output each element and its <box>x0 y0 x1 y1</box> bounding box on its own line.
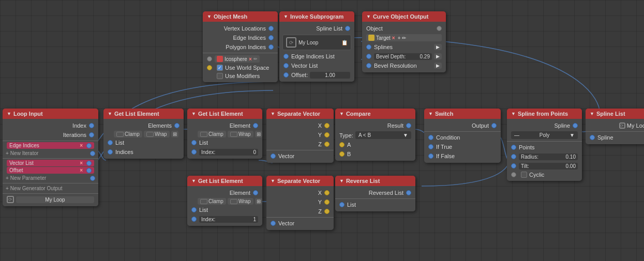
icosphere-edit[interactable]: ✏ <box>253 56 258 62</box>
world-space-socket[interactable] <box>207 65 212 70</box>
offset-output-socket[interactable] <box>86 168 92 173</box>
target-close[interactable]: × <box>392 35 395 41</box>
vector-list-tag-close[interactable]: × <box>80 160 83 166</box>
target-edit[interactable]: ✏ <box>402 35 406 41</box>
gle1-indices-socket[interactable] <box>108 149 113 155</box>
sfp-cyclic-checkbox[interactable] <box>521 172 527 178</box>
vertex-locations-socket[interactable] <box>268 26 274 31</box>
sv1-z-label: Z <box>318 141 322 147</box>
loop-box[interactable]: ⟳ My Loop 📋 <box>282 35 351 50</box>
gle3-index-socket[interactable] <box>191 217 197 222</box>
edge-indices-socket-om[interactable] <box>268 35 274 40</box>
compare-b-socket[interactable] <box>339 151 345 157</box>
gle2-list-socket[interactable] <box>191 140 197 145</box>
icosphere-tag[interactable]: Icosphere × ✏ <box>215 55 260 63</box>
bevel-depth-btn[interactable]: ▶ <box>434 53 442 59</box>
sv2-z-socket[interactable] <box>324 209 330 214</box>
gle3-grid-btn[interactable]: ⊞ <box>255 198 262 205</box>
gle2-index-field[interactable]: Index: 0 <box>199 149 258 156</box>
new-iterator-socket[interactable] <box>90 151 95 156</box>
switch-iffalse-socket[interactable] <box>428 153 433 159</box>
gle1-grid-btn[interactable]: ⊞ <box>171 131 178 137</box>
vector-list-output-socket[interactable] <box>86 161 92 166</box>
use-modifiers-checkbox[interactable] <box>217 73 223 79</box>
target-add[interactable]: + <box>398 35 401 41</box>
use-world-space-checkbox[interactable]: ✓ <box>217 65 223 71</box>
gle3-list-socket[interactable] <box>191 207 197 212</box>
offset-socket-is[interactable] <box>283 72 289 78</box>
new-iterator-icon: + <box>6 150 9 156</box>
vector-list-row: Vector List <box>279 61 354 70</box>
copy-icon[interactable]: 📋 <box>341 40 348 45</box>
gle3-element-socket[interactable] <box>253 190 258 195</box>
sfp-radius-socket[interactable] <box>511 154 516 159</box>
object-input-socket[interactable] <box>437 26 442 31</box>
sl-spline-in-socket[interactable] <box>590 135 595 140</box>
target-tag[interactable]: Target × + ✏ <box>366 34 442 41</box>
sv2-x-socket[interactable] <box>324 190 330 195</box>
sfp-points-socket[interactable] <box>511 145 516 150</box>
new-parameter-btn[interactable]: + New Parameter <box>3 174 98 182</box>
bevel-res-btn[interactable]: ▶ <box>434 63 442 69</box>
sv2-vector-socket[interactable] <box>271 221 276 226</box>
offset-tag-close[interactable]: × <box>80 167 83 173</box>
index-socket[interactable] <box>89 123 94 128</box>
rl-list-socket[interactable] <box>339 202 345 207</box>
sv1-z-socket[interactable] <box>324 142 330 147</box>
vector-list-tag[interactable]: Vector List × <box>7 160 94 166</box>
vector-list-socket[interactable] <box>283 63 289 68</box>
offset-tag[interactable]: Offset × <box>7 167 94 174</box>
gle2-clamp-btn[interactable]: Clamp <box>198 131 226 137</box>
new-generator-output-btn[interactable]: + New Generator Output <box>3 185 98 192</box>
bevel-res-socket[interactable] <box>366 63 371 68</box>
switch-output-socket[interactable] <box>491 123 497 128</box>
use-world-space-row: ✓ Use World Space <box>203 64 278 72</box>
gle1-list-socket[interactable] <box>108 140 113 145</box>
gle2-grid-btn[interactable]: ⊞ <box>255 131 262 137</box>
sfp-radius-field[interactable]: Radius: 0.10 <box>519 153 578 160</box>
index-row: Index <box>3 121 98 130</box>
icosphere-close[interactable]: × <box>249 56 252 62</box>
sfp-spline-out-socket[interactable] <box>573 123 578 128</box>
compare-result-socket[interactable] <box>406 123 411 128</box>
iterations-socket[interactable] <box>89 132 94 137</box>
gle1-clamp-btn[interactable]: Clamp <box>114 131 142 137</box>
gle2-element-socket[interactable] <box>253 123 258 128</box>
sv2-y-socket[interactable] <box>324 199 330 205</box>
compare-type-field[interactable]: A < B ▼ <box>355 131 411 139</box>
compare-a-socket[interactable] <box>339 142 345 147</box>
icosphere-socket[interactable] <box>207 56 212 62</box>
bevel-depth-socket[interactable] <box>366 54 371 59</box>
splines-btn[interactable]: ▶ <box>434 44 442 50</box>
gle1-elements-socket[interactable] <box>174 123 179 128</box>
new-iterator-btn[interactable]: + New Iterator <box>3 149 98 157</box>
gle3-clamp-btn[interactable]: Clamp <box>198 198 226 205</box>
offset-value-field[interactable]: 1.00 <box>310 72 350 79</box>
spline-list-out-socket[interactable] <box>345 26 350 31</box>
polygon-indices-socket[interactable] <box>268 44 274 50</box>
sfp-tilt-field[interactable]: Tilt: 0.00 <box>519 163 578 170</box>
switch-iftrue-socket[interactable] <box>428 144 433 149</box>
switch-condition-socket[interactable] <box>428 135 433 140</box>
edge-indices-list-socket[interactable] <box>283 54 289 59</box>
new-parameter-socket[interactable] <box>90 176 95 181</box>
gle1-wrap-btn[interactable]: Wrap <box>144 131 170 137</box>
sfp-cyclic-socket[interactable] <box>511 172 516 177</box>
gle3-index-field[interactable]: Index: 1 <box>199 216 258 223</box>
gle2-wrap-btn[interactable]: Wrap <box>228 131 253 137</box>
sv1-vector-socket[interactable] <box>271 153 276 159</box>
edge-indices-tag[interactable]: Edge Indices × <box>7 142 94 149</box>
gle2-index-socket[interactable] <box>191 149 197 155</box>
gle2-element-row: Element <box>187 121 262 130</box>
sfp-type-field[interactable]: — Poly ▼ <box>511 131 578 139</box>
edge-indices-output-socket[interactable] <box>86 143 92 148</box>
splines-socket[interactable] <box>366 44 371 50</box>
sv1-x-socket[interactable] <box>324 123 330 128</box>
sfp-tilt-socket[interactable] <box>511 163 516 168</box>
bevel-depth-field[interactable]: Bevel Depth: 0.29 <box>374 53 432 60</box>
gle3-wrap-btn[interactable]: Wrap <box>228 198 253 205</box>
edge-indices-tag-label: Edge Indices <box>9 143 39 148</box>
sv1-y-socket[interactable] <box>324 132 330 137</box>
reversed-list-socket[interactable] <box>406 190 411 195</box>
edge-indices-tag-close[interactable]: × <box>80 143 83 148</box>
